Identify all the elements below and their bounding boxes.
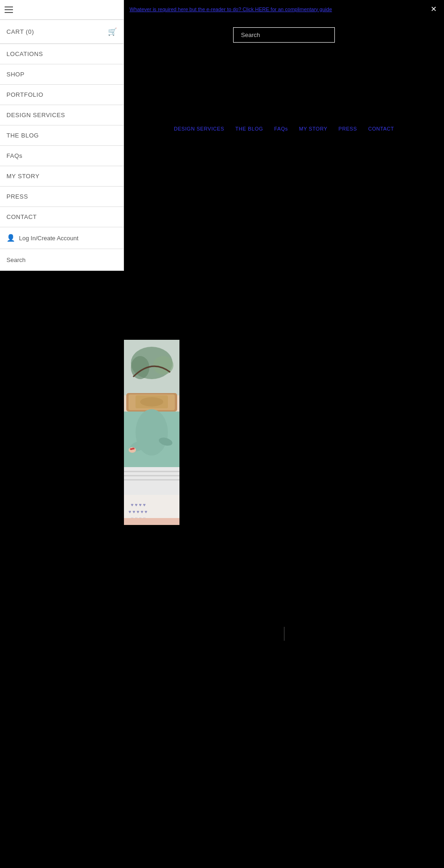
sidebar-item-locations[interactable]: LOCATIONS xyxy=(0,44,123,64)
sidebar-item-design-services[interactable]: DESIGN SERVICES xyxy=(0,105,123,125)
announcement-bar: Whatever is required here but the e-read… xyxy=(124,0,444,18)
svg-rect-19 xyxy=(124,479,179,481)
nav-link-faqs[interactable]: FAQs xyxy=(274,126,288,131)
nav-link-my-story[interactable]: MY STORY xyxy=(299,126,327,131)
svg-point-15 xyxy=(132,448,135,450)
svg-rect-18 xyxy=(124,475,179,476)
main-content: Whatever is required here but the e-read… xyxy=(124,0,444,868)
sidebar-item-press[interactable]: PRESS xyxy=(0,187,123,207)
image-block: ♥ ♥ ♥ ♥ ♥ ♥ ♥ ♥ ♥ ♥ ♥ ♥ ♥ xyxy=(124,335,444,525)
nav-link-contact[interactable]: CONTACT xyxy=(368,126,394,131)
lower-content-area xyxy=(124,525,444,868)
bedroom-image: ♥ ♥ ♥ ♥ ♥ ♥ ♥ ♥ ♥ ♥ ♥ ♥ ♥ xyxy=(124,340,179,525)
svg-rect-24 xyxy=(124,518,179,525)
sidebar-toggle[interactable] xyxy=(0,0,123,20)
cart-icon: 🛒 xyxy=(108,27,117,36)
announcement-text[interactable]: Whatever is required here but the e-read… xyxy=(130,6,332,12)
svg-text:♥ ♥ ♥ ♥ ♥: ♥ ♥ ♥ ♥ ♥ xyxy=(129,509,148,514)
nav-link-the-blog[interactable]: THE BLOG xyxy=(235,126,263,131)
account-icon: 👤 xyxy=(6,234,15,242)
sidebar-item-portfolio[interactable]: PORTFOLIO xyxy=(0,85,123,105)
sidebar: CART (0) 🛒 LOCATIONS SHOP PORTFOLIO DESI… xyxy=(0,0,124,271)
search-area xyxy=(124,18,444,47)
nav-link-press[interactable]: PRESS xyxy=(339,126,357,131)
svg-text:♥ ♥ ♥ ♥: ♥ ♥ ♥ ♥ xyxy=(131,502,146,507)
sidebar-item-contact[interactable]: CONTACT xyxy=(0,207,123,227)
cart-label: CART (0) xyxy=(6,28,34,35)
hero-black-block xyxy=(124,136,444,335)
sidebar-item-my-story[interactable]: MY STORY xyxy=(0,166,123,187)
sidebar-search-label: Search xyxy=(6,256,25,263)
account-label: Log In/Create Account xyxy=(19,235,79,242)
svg-rect-17 xyxy=(124,471,179,472)
sidebar-item-shop[interactable]: SHOP xyxy=(0,64,123,85)
search-input[interactable] xyxy=(233,27,335,43)
lower-black-1 xyxy=(124,525,444,618)
vertical-divider xyxy=(284,627,284,641)
account-row[interactable]: 👤 Log In/Create Account xyxy=(0,227,123,249)
sidebar-search-row[interactable]: Search xyxy=(0,249,123,271)
close-announcement-button[interactable]: ✕ xyxy=(429,5,438,13)
lower-black-2 xyxy=(124,650,444,868)
image-side-black xyxy=(179,340,444,525)
sidebar-item-the-blog[interactable]: THE BLOG xyxy=(0,125,123,146)
nav-bar: DESIGN SERVICES THE BLOG FAQs MY STORY P… xyxy=(124,121,444,136)
cart-row[interactable]: CART (0) 🛒 xyxy=(0,20,123,44)
sidebar-item-faqs[interactable]: FAQs xyxy=(0,146,123,166)
svg-point-8 xyxy=(140,397,163,406)
nav-link-design-services[interactable]: DESIGN SERVICES xyxy=(174,126,224,131)
hamburger-icon[interactable] xyxy=(5,6,14,13)
logo-area xyxy=(124,47,444,121)
